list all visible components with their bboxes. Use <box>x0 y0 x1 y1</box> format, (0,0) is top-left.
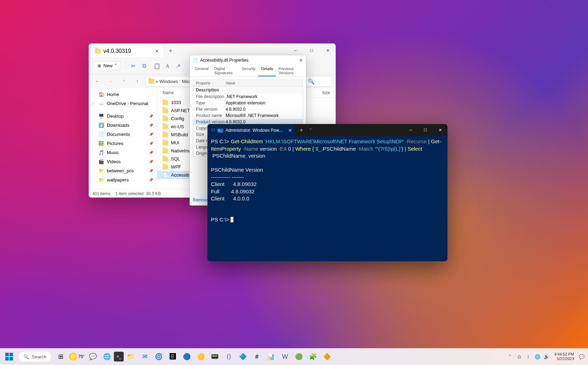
paste-icon[interactable]: 📋 <box>153 63 160 69</box>
usb-icon[interactable]: ⎙ <box>515 352 524 361</box>
new-button[interactable]: ⊕ New ˅ <box>94 61 121 70</box>
sidebar-item[interactable]: 🖥️Desktop📌 <box>89 111 157 120</box>
weather-widget[interactable]: 75° <box>69 353 84 360</box>
explorer-tab[interactable]: v4.0.30319 ✕ <box>91 45 163 57</box>
file-icon: 📄 <box>193 58 198 63</box>
properties-titlebar[interactable]: 📄 Accessibility.dll Properties ✕ <box>190 55 306 65</box>
tab-title: v4.0.30319 <box>103 48 131 54</box>
taskbar-app-edge-beta[interactable]: 🅱 <box>166 350 180 364</box>
sidebar-item[interactable]: ⬇️Downloads📌 <box>89 120 157 130</box>
up-button[interactable]: ↑ <box>132 76 143 87</box>
taskbar-app[interactable]: 🟢 <box>292 350 306 364</box>
sidebar-item[interactable]: 🎵Music📌 <box>89 148 157 157</box>
taskbar-app-outlook[interactable]: ✉ <box>138 350 152 364</box>
tray-expand-icon[interactable]: ˄ <box>506 352 514 361</box>
dropdown-icon[interactable]: ˅ <box>308 128 314 132</box>
start-button[interactable] <box>2 350 16 364</box>
property-row[interactable]: TypeApplication extension <box>193 100 303 106</box>
taskbar-app[interactable]: 📟 <box>208 350 222 364</box>
tab-title: Administrator: Windows Pow… <box>225 128 283 133</box>
task-view-button[interactable]: ⊞ <box>54 350 68 364</box>
bluetooth-icon[interactable]: ᛒ <box>524 352 533 361</box>
property-row[interactable]: File description.NET Framework <box>193 94 303 100</box>
sidebar-item[interactable]: 📁between_pcs📌 <box>89 166 157 175</box>
tab-previous-versions[interactable]: Previous Versions <box>276 65 304 76</box>
grid-header: PropertyValue <box>193 80 303 87</box>
close-button[interactable]: ✕ <box>320 43 336 57</box>
property-row[interactable]: File version4.8.9032.0 <box>193 106 303 112</box>
chevron-icon: › <box>179 80 180 83</box>
dialog-title: Accessibility.dll Properties <box>200 58 248 63</box>
sidebar-item[interactable]: 🎬Videos📌 <box>89 157 157 166</box>
sidebar-item[interactable]: 🖼️Pictures📌 <box>89 139 157 148</box>
back-button[interactable]: ← <box>92 76 103 87</box>
close-tab-icon[interactable]: ✕ <box>288 128 292 133</box>
close-icon[interactable]: ✕ <box>299 57 303 63</box>
sidebar-item[interactable]: 🏠Home <box>89 90 157 99</box>
new-tab-button[interactable]: ＋ <box>167 46 174 55</box>
taskbar-app[interactable]: 📊 <box>264 350 278 364</box>
taskbar-app-teams[interactable]: 💬 <box>86 350 100 364</box>
date: 5/22/2023 <box>557 357 574 361</box>
sidebar-item[interactable]: 📁wallpapers📌 <box>89 175 157 184</box>
system-tray: ˄ ⎙ ᛒ 🌐 🔊 4:44:52 PM 5/22/2023 💬 <box>506 352 586 361</box>
new-tab-button[interactable]: ＋ <box>295 126 308 134</box>
notifications-icon[interactable]: 💬 <box>577 352 586 361</box>
sidebar: 🏠Home›☁️OneDrive - Personal🖥️Desktop📌⬇️D… <box>89 88 157 189</box>
taskbar: 🔍 Search ⊞ 75° 💬 🌐 >_ 📁 ✉ 🌀 🅱 🔵 🟡 📟 ⟨⟩ 🔷… <box>0 348 588 365</box>
sidebar-item[interactable]: ›☁️OneDrive - Personal <box>89 99 157 108</box>
separator <box>126 62 126 69</box>
search-button[interactable]: 🔍 Search <box>18 351 52 362</box>
taskbar-app-explorer[interactable]: 📁 <box>124 350 138 364</box>
close-button[interactable]: ✕ <box>433 124 447 136</box>
cut-icon[interactable]: ✂ <box>131 63 137 69</box>
terminal-titlebar[interactable]: 🛡 >_ Administrator: Windows Pow… ✕ ＋ ˅ ─… <box>207 124 447 136</box>
taskbar-app[interactable]: 🔶 <box>320 350 334 364</box>
shield-icon: 🛡 <box>211 128 215 133</box>
taskbar-app[interactable]: 🧩 <box>306 350 320 364</box>
maximize-button[interactable]: ☐ <box>418 124 433 136</box>
clock[interactable]: 4:44:52 PM 5/22/2023 <box>552 352 577 361</box>
terminal-output[interactable]: PS C:\> Get-ChildItem 'HKLM:\SOFTWARE\Mi… <box>207 136 447 261</box>
recent-dropdown[interactable]: ˅ <box>119 76 129 87</box>
item-count: 401 items <box>92 191 110 196</box>
share-icon[interactable]: ↗ <box>176 63 182 69</box>
volume-icon[interactable]: 🔊 <box>542 352 551 361</box>
taskbar-app-terminal[interactable]: >_ <box>114 352 124 361</box>
copy-icon[interactable]: ⧉ <box>142 63 149 69</box>
time: 4:44:52 PM <box>554 352 574 357</box>
selection-count: 1 item selected 30.3 KB <box>115 191 161 196</box>
taskbar-app-vscode[interactable]: ⟨⟩ <box>222 350 236 364</box>
col-size[interactable]: Size <box>302 90 330 95</box>
folder-icon <box>95 49 101 54</box>
taskbar-app-edge-dev[interactable]: 🔵 <box>180 350 194 364</box>
cursor <box>231 217 233 222</box>
minimize-button[interactable]: ─ <box>403 124 418 136</box>
powershell-icon: >_ <box>217 129 223 132</box>
tab-general[interactable]: General <box>192 65 211 76</box>
taskbar-app-edge[interactable]: 🌀 <box>152 350 166 364</box>
terminal-tab[interactable]: 🛡 >_ Administrator: Windows Pow… ✕ <box>207 124 295 136</box>
taskbar-app-chrome[interactable]: 🌐 <box>100 350 114 364</box>
tab-details[interactable]: Details <box>258 65 276 76</box>
taskbar-app-edge-canary[interactable]: 🟡 <box>194 350 208 364</box>
section-header: Description <box>193 87 303 94</box>
taskbar-app-word[interactable]: W <box>278 350 292 364</box>
tab-digital-signatures[interactable]: Digital Signatures <box>211 65 239 76</box>
tabs: GeneralDigital SignaturesSecurityDetails… <box>190 65 306 77</box>
property-row[interactable]: Product nameMicrosoft® .NET Framework <box>193 112 303 119</box>
close-tab-icon[interactable]: ✕ <box>155 48 159 54</box>
folder-icon <box>149 79 154 84</box>
taskbar-app[interactable]: 🔷 <box>236 350 250 364</box>
terminal-window: 🛡 >_ Administrator: Windows Pow… ✕ ＋ ˅ ─… <box>207 124 447 261</box>
breadcrumb-part[interactable]: « <box>156 79 158 84</box>
forward-button[interactable]: → <box>105 76 116 87</box>
sidebar-item[interactable]: 📄Documents📌 <box>89 130 157 139</box>
network-icon[interactable]: 🌐 <box>533 352 542 361</box>
taskbar-app-slack[interactable]: ＃ <box>250 350 264 364</box>
rename-icon[interactable]: Ａ <box>165 63 171 69</box>
breadcrumb-part[interactable]: Windows <box>159 79 178 84</box>
tab-security[interactable]: Security <box>239 65 259 76</box>
